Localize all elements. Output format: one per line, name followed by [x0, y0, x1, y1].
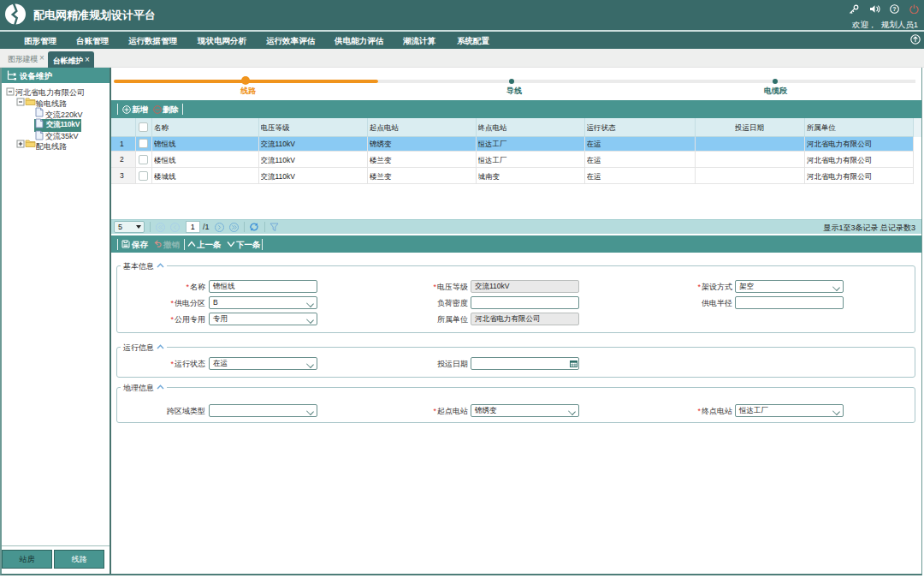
svg-text:?: ? [892, 6, 896, 12]
